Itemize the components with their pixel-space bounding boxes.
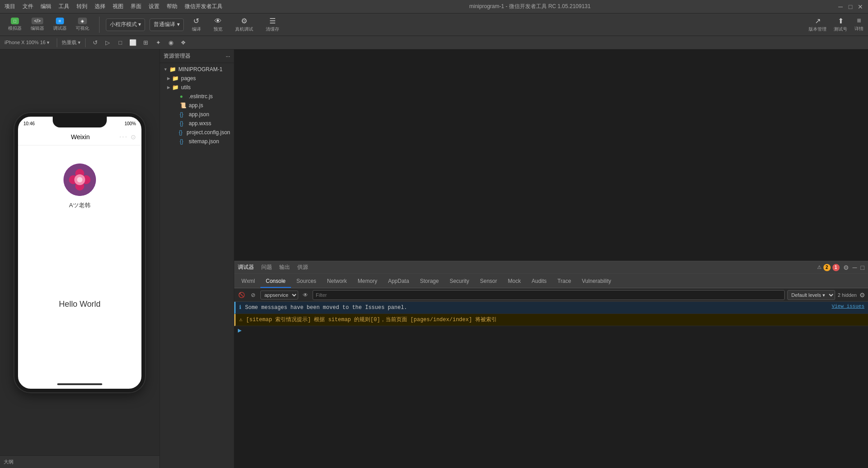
- circle-icon-btn[interactable]: ◉: [166, 38, 176, 48]
- console-caret-icon[interactable]: ▶: [238, 327, 241, 333]
- utils-name: utils: [181, 84, 191, 91]
- maximize-button[interactable]: □: [847, 4, 854, 10]
- appjs-name: app.js: [189, 102, 203, 109]
- appjs-file-icon: 📜: [180, 102, 187, 109]
- compile-button[interactable]: ↺ 编译: [188, 15, 205, 34]
- filter-input[interactable]: [313, 290, 785, 300]
- version-mgmt-icon: ↗: [815, 17, 821, 25]
- file-eslintrc[interactable]: ● .eslintrc.js: [160, 92, 234, 101]
- debug-button[interactable]: ≡ 调试器: [50, 16, 70, 33]
- phone-camera-icon[interactable]: ⊙: [131, 133, 136, 141]
- menu-item-help[interactable]: 帮助: [167, 3, 177, 10]
- tab-wxml[interactable]: Wxml: [236, 275, 260, 288]
- tab-sensor[interactable]: Sensor: [475, 275, 503, 288]
- menu-item-wechat[interactable]: 微信开发者工具: [185, 3, 223, 10]
- main-toolbar: □ 模拟器 </> 编辑器 ≡ 调试器 ◈ 可视化 小程序模式 ▾ 普通编译 ▾…: [0, 14, 868, 36]
- menu-item-tools[interactable]: 工具: [59, 3, 69, 10]
- star-icon-btn[interactable]: ✦: [153, 38, 163, 48]
- phone-hello-text: Hello World: [59, 300, 101, 309]
- tab-console[interactable]: Console: [260, 275, 291, 288]
- devtools-minimize-icon[interactable]: ─: [853, 264, 857, 271]
- window-controls[interactable]: ─ □ ✕: [837, 4, 863, 10]
- menu-item-edit[interactable]: 编辑: [41, 3, 51, 10]
- devtools-title-tab-issues[interactable]: 问题: [261, 264, 272, 271]
- phone-more-icon[interactable]: ···: [119, 133, 128, 141]
- file-explorer-panel: 资源管理器 ··· ▼ 📁 MINIPROGRAM-1 ▶ 📁 pages ▶ …: [160, 50, 234, 468]
- clear-cache-button[interactable]: ☰ 清缓存: [262, 15, 283, 34]
- tab-memory[interactable]: Memory: [352, 275, 382, 288]
- info-msg-text: Some messages have been moved to the Iss…: [245, 304, 832, 312]
- devtools-settings-icon[interactable]: ⚙: [843, 264, 849, 271]
- minimize-button[interactable]: ─: [837, 4, 844, 10]
- menu-item-view[interactable]: 视图: [113, 3, 123, 10]
- preview-icon: 👁: [214, 17, 222, 25]
- appwxss-file-icon: {}: [180, 120, 187, 127]
- close-button[interactable]: ✕: [857, 4, 863, 10]
- tab-security[interactable]: Security: [444, 275, 474, 288]
- device-debug-button[interactable]: ⚙ 真机调试: [232, 15, 257, 34]
- tab-appdata[interactable]: AppData: [382, 275, 414, 288]
- devtools-title-tab-debugger[interactable]: 调试器: [238, 264, 254, 271]
- simulator-label: 模拟器: [8, 25, 22, 32]
- warning-badge: 2: [823, 264, 831, 271]
- tab-audits[interactable]: Audits: [526, 275, 552, 288]
- filter-settings-icon[interactable]: ⚙: [859, 291, 865, 299]
- grid-icon-btn[interactable]: ⊞: [141, 38, 150, 48]
- warning-icon: ⚠: [239, 316, 242, 323]
- tab-mock[interactable]: Mock: [503, 275, 527, 288]
- test-num-icon: ⬆: [838, 17, 844, 25]
- preview-label: 预览: [214, 26, 223, 32]
- menu-item-project[interactable]: 项目: [5, 3, 15, 10]
- refresh-icon-btn[interactable]: ↺: [90, 38, 100, 48]
- simulator-button[interactable]: □ 模拟器: [5, 16, 25, 33]
- icon-toolbar: iPhone X 100% 16 ▾ 热重载 ▾ ↺ ▷ □ ⬜ ⊞ ✦ ◉ ❖: [0, 36, 868, 50]
- menu-item-settings[interactable]: 设置: [149, 3, 159, 10]
- tab-trace[interactable]: Trace: [552, 275, 577, 288]
- file-root[interactable]: ▼ 📁 MINIPROGRAM-1: [160, 65, 234, 74]
- mode-dropdown-label: 小程序模式 ▾: [110, 21, 141, 28]
- tab-storage[interactable]: Storage: [414, 275, 444, 288]
- app-title: miniprogram-1 - 微信开发者工具 RC 1.05.2109131: [469, 3, 591, 10]
- file-tree: ▼ 📁 MINIPROGRAM-1 ▶ 📁 pages ▶ 📁 utils ● …: [160, 63, 234, 468]
- file-pages[interactable]: ▶ 📁 pages: [160, 74, 234, 83]
- version-mgmt-button[interactable]: ↗ 版本管理: [809, 17, 827, 32]
- file-appjs[interactable]: 📜 app.js: [160, 101, 234, 110]
- service-select[interactable]: appservice: [260, 291, 298, 300]
- file-projectconfig[interactable]: {} project.config.json: [160, 128, 234, 137]
- file-utils[interactable]: ▶ 📁 utils: [160, 83, 234, 92]
- mode-dropdown[interactable]: 小程序模式 ▾: [106, 18, 145, 31]
- editor-button[interactable]: </> 编辑器: [27, 16, 48, 33]
- menu-item-select[interactable]: 选择: [95, 3, 105, 10]
- hot-reload[interactable]: 热重载 ▾: [62, 39, 81, 46]
- tab-network[interactable]: Network: [322, 275, 352, 288]
- file-sitemap[interactable]: {} sitemap.json: [160, 137, 234, 146]
- menu-item-goto[interactable]: 转到: [77, 3, 87, 10]
- menu-item-file[interactable]: 文件: [23, 3, 33, 10]
- phone-icon-btn[interactable]: □: [115, 38, 125, 48]
- info-icon: ℹ: [239, 304, 241, 311]
- view-issues-link[interactable]: View issues: [832, 304, 864, 309]
- details-button[interactable]: ≡ 详情: [854, 17, 863, 32]
- visual-button[interactable]: ◈ 可视化: [72, 16, 93, 33]
- tab-sources[interactable]: Sources: [291, 275, 322, 288]
- menu-item-interface[interactable]: 界面: [131, 3, 141, 10]
- filter-clear-icon[interactable]: ⊘: [249, 291, 258, 300]
- devtools-title-tab-output[interactable]: 输出: [279, 264, 290, 271]
- file-appjson[interactable]: {} app.json: [160, 110, 234, 119]
- menu-bar[interactable]: 项目 文件 编辑 工具 转到 选择 视图 界面 设置 帮助 微信开发者工具: [5, 3, 223, 10]
- tab-vulnerability[interactable]: Vulnerability: [577, 275, 617, 288]
- filter-levels-select[interactable]: Default levels ▾: [787, 290, 835, 300]
- filter-eye-icon[interactable]: 👁: [301, 291, 310, 300]
- layout-icon-btn[interactable]: ❖: [178, 38, 188, 48]
- tablet-icon-btn[interactable]: ⬜: [128, 38, 138, 48]
- test-num-button[interactable]: ⬆ 测试号: [834, 17, 847, 32]
- filter-stop-icon[interactable]: 🚫: [237, 291, 246, 300]
- devtools-title-tab-sources[interactable]: 供源: [297, 264, 308, 271]
- file-tree-menu-icon[interactable]: ···: [226, 53, 230, 59]
- compile-dropdown[interactable]: 普通编译 ▾: [150, 18, 183, 31]
- preview-button[interactable]: 👁 预览: [210, 15, 226, 34]
- play-icon-btn[interactable]: ▷: [103, 38, 113, 48]
- file-appwxss[interactable]: {} app.wxss: [160, 119, 234, 128]
- devtools-expand-icon[interactable]: □: [861, 264, 864, 271]
- devtools-filter-bar: 🚫 ⊘ appservice 👁 Default levels ▾ 2 hidd…: [234, 288, 868, 302]
